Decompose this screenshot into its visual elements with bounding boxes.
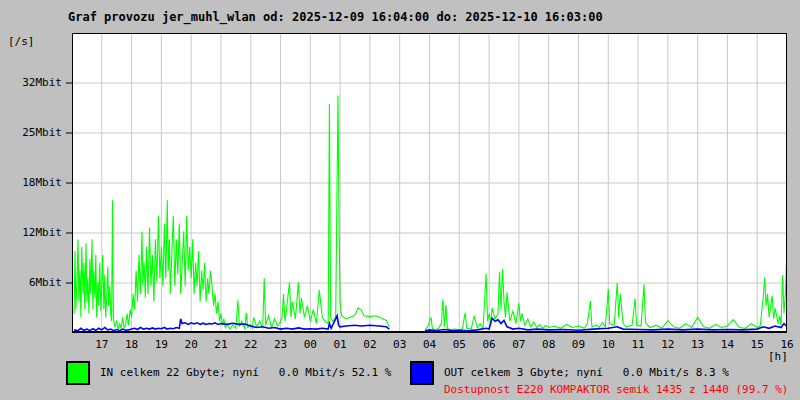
x-tick-label: 10 [597, 338, 619, 351]
x-axis-unit-label: [h] [768, 350, 788, 363]
availability-status-text: Dostupnost E220 KOMPAKTOR semik 1435 z 1… [444, 383, 788, 396]
x-tick-label: 13 [687, 338, 709, 351]
x-tick-label: 07 [508, 338, 530, 351]
page-title: Graf provozu jer_muhl_wlan od: 2025-12-0… [68, 10, 603, 24]
legend-out-label: OUT celkem 3 Gbyte; nyní 0.0 Mbit/s 8.3 … [444, 366, 729, 379]
y-axis-unit-label: [/s] [8, 35, 35, 48]
traffic-chart-svg [72, 33, 787, 333]
x-tick-label: 15 [746, 338, 768, 351]
x-tick-label: 09 [567, 338, 589, 351]
y-tick-label: 12Mbit [4, 226, 62, 239]
y-tick-label: 18Mbit [4, 176, 62, 189]
legend-in-label: IN celkem 22 Gbyte; nyní 0.0 Mbit/s 52.1… [100, 366, 391, 379]
x-tick-label: 03 [389, 338, 411, 351]
x-tick-label: 06 [478, 338, 500, 351]
y-tick-label: 25Mbit [4, 126, 62, 139]
legend-out-swatch [410, 361, 434, 385]
x-tick-label: 14 [716, 338, 738, 351]
x-tick-label: 20 [180, 338, 202, 351]
legend-in-swatch [66, 361, 90, 385]
x-tick-label: 19 [150, 338, 172, 351]
x-tick-label: 08 [538, 338, 560, 351]
x-tick-label: 00 [299, 338, 321, 351]
traffic-graph [72, 33, 787, 333]
x-tick-label: 01 [329, 338, 351, 351]
x-tick-label: 05 [448, 338, 470, 351]
x-tick-label: 11 [627, 338, 649, 351]
x-tick-label: 22 [240, 338, 262, 351]
x-tick-label: 18 [121, 338, 143, 351]
x-tick-label: 17 [91, 338, 113, 351]
series-in-line [74, 96, 389, 330]
series-in-line [425, 264, 786, 330]
x-tick-label: 04 [419, 338, 441, 351]
x-tick-label: 12 [657, 338, 679, 351]
x-tick-label: 02 [359, 338, 381, 351]
y-tick-label: 6Mbit [4, 276, 62, 289]
x-tick-label: 23 [270, 338, 292, 351]
y-tick-label: 32Mbit [4, 76, 62, 89]
x-tick-label: 21 [210, 338, 232, 351]
